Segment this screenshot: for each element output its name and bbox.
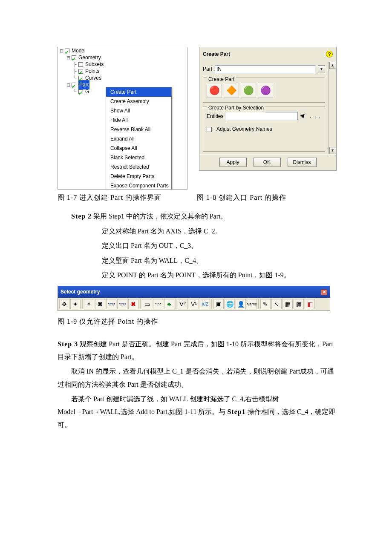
volume7-icon[interactable]: V⁷: [178, 299, 188, 309]
part-name-input[interactable]: [215, 65, 315, 73]
menu-item-expand-all[interactable]: Expand All: [106, 134, 171, 144]
menu-item-expose-component-parts[interactable]: Expose Component Parts: [106, 181, 171, 190]
person-icon[interactable]: 👤: [236, 299, 246, 309]
dropdown-icon[interactable]: ▼: [318, 65, 325, 73]
create-part-mode4-icon[interactable]: 🟣: [258, 83, 273, 98]
step2-text: 采用 Step1 中的方法，依次定义其余的 Part。: [92, 213, 227, 220]
menu-item-show-all[interactable]: Show All: [106, 106, 171, 115]
select-geometry-toolbar: Select geometry ✕ ✥ ✦ ✧ ✖ 👓 👓 ✖ ▭ 〰 ♣ V⁷…: [58, 286, 330, 311]
checkbox-icon[interactable]: [72, 83, 76, 87]
group-title: Create Part: [207, 75, 236, 84]
adjust-names-checkbox[interactable]: [207, 127, 212, 132]
xyz-icon[interactable]: X/Z: [200, 299, 210, 309]
separator: [211, 299, 212, 309]
group-create-part: Create Part 🔴 🔶 🟢 🟣: [203, 78, 325, 103]
create-part-mode2-icon[interactable]: 🔶: [224, 83, 239, 98]
menu-item-delete-empty-parts[interactable]: Delete Empty Parts: [106, 172, 171, 181]
context-menu: Create Part Create Assembly Show All Hid…: [106, 87, 172, 190]
menu-item-create-assembly[interactable]: Create Assembly: [106, 97, 171, 106]
step2-sub2: 定义出口 Part 名为 OUT，C_3。: [58, 239, 337, 252]
hatch2-icon[interactable]: ▩: [294, 299, 304, 309]
globe-icon[interactable]: 🌐: [225, 299, 235, 309]
step3-para-a: 取消 IN 的显示，查看几何模型上 C_1 是否会消失，若消失，则说明创建 Pa…: [58, 365, 337, 391]
checkbox-icon[interactable]: [78, 62, 83, 67]
separator: [176, 299, 176, 309]
menu-item-restrict-selected[interactable]: Restrict Selected: [106, 162, 171, 172]
checkbox-icon[interactable]: [78, 89, 83, 94]
toolbar-title: Select geometry: [61, 287, 100, 297]
separator: [258, 299, 259, 309]
leaf-icon[interactable]: ♣: [164, 299, 174, 309]
step2-line: Step 2 采用 Step1 中的方法，依次定义其余的 Part。: [58, 210, 337, 223]
name-icon[interactable]: Name: [247, 299, 257, 309]
step3-para-b: 若某个 Part 创建时漏选了线，如 WALL 创建时漏选了 C_4,右击模型树…: [58, 393, 337, 431]
tree-label: G: [85, 87, 89, 97]
ok-button[interactable]: OK: [254, 158, 281, 167]
glasses-icon[interactable]: 👓: [106, 299, 116, 309]
scroll-down-icon[interactable]: ▼: [329, 147, 336, 154]
entities-input[interactable]: [226, 112, 298, 120]
tree-node-points[interactable]: ├ Points: [58, 68, 187, 75]
scrollbar[interactable]: ▲ ▼: [329, 62, 336, 154]
menu-item-create-part[interactable]: Create Part: [106, 87, 171, 97]
help-icon[interactable]: ?: [326, 51, 333, 58]
step2-sub4: 定义 POINT 的 Part 名为 POINT，选择所有的 Point，如图 …: [58, 269, 337, 282]
tree-node-curves[interactable]: └ Curves: [58, 75, 187, 81]
step3-text: 观察创建 Part 是否正确。创建 Part 完成后，如图 1-10 所示模型树…: [58, 340, 333, 360]
checkbox-icon[interactable]: [78, 76, 83, 81]
rect-icon[interactable]: ▭: [142, 299, 152, 309]
group-create-by-selection: Create Part by Selection Entities . . . …: [203, 106, 325, 152]
panel-title: Create Part: [203, 49, 230, 59]
create-part-panel: Create Part ? Part ▼ Create Part: [199, 47, 337, 171]
step3-label: Step 3: [58, 340, 78, 348]
checkbox-icon[interactable]: [72, 55, 76, 60]
pick-cursor-icon[interactable]: [300, 113, 307, 120]
glasses2-icon[interactable]: 👓: [117, 299, 127, 309]
apply-button[interactable]: Apply: [219, 158, 247, 167]
cube-icon[interactable]: ◧: [305, 299, 315, 309]
group-title: Create Part by Selection: [207, 103, 265, 113]
checkbox-icon[interactable]: [65, 49, 69, 53]
model-tree-panel: ⊟ Model ⊟ Geometry ├ Subsets ├ P: [58, 47, 187, 190]
separator: [140, 299, 141, 309]
part-label: Part: [203, 64, 212, 74]
x-bold-icon[interactable]: ✖: [95, 299, 105, 309]
select-icon[interactable]: ✥: [59, 299, 69, 309]
figure-caption-1-7: 图 1-7 进入创建 Part 的操作界面: [58, 191, 187, 204]
box-icon[interactable]: ▣: [213, 299, 224, 309]
adjust-names-label: Adjust Geometry Names: [216, 124, 272, 134]
tree-node-subsets[interactable]: ├ Subsets: [58, 61, 187, 68]
step2-sub3: 定义壁面 Part 名为 WALL，C_4。: [58, 254, 337, 267]
step1-ref: Step1: [227, 408, 245, 415]
create-part-mode1-icon[interactable]: 🔴: [207, 83, 222, 98]
entities-label: Entities: [207, 112, 223, 121]
step2-sub1: 定义对称轴 Part 名为 AXIS，选择 C_2。: [58, 225, 337, 238]
arrow-sel-icon[interactable]: ↖: [271, 299, 282, 309]
lasso-icon[interactable]: 〰: [153, 299, 163, 309]
close-icon[interactable]: ✕: [321, 289, 327, 295]
scroll-up-icon[interactable]: ▲: [329, 62, 336, 69]
figure-caption-1-8: 图 1-8 创建入口 Part 的操作: [197, 191, 337, 204]
x-red-icon[interactable]: ✖: [128, 299, 138, 309]
volume1-icon[interactable]: V¹: [189, 299, 199, 309]
curve-icon[interactable]: ✎: [260, 299, 271, 309]
dismiss-button[interactable]: Dismiss: [288, 158, 317, 167]
menu-item-hide-all[interactable]: Hide All: [106, 115, 171, 125]
menu-item-blank-selected[interactable]: Blank Selected: [106, 153, 171, 162]
more-dots[interactable]: . . .: [310, 112, 321, 121]
step3-line: Step 3 观察创建 Part 是否正确。创建 Part 完成后，如图 1-1…: [58, 338, 337, 364]
step2-label: Step 2: [71, 213, 92, 220]
tree-node-model[interactable]: ⊟ Model: [58, 47, 187, 54]
pan-icon[interactable]: ✦: [70, 299, 81, 309]
star-icon[interactable]: ✧: [84, 299, 94, 309]
hatch-icon[interactable]: ▦: [282, 299, 293, 309]
create-part-mode3-icon[interactable]: 🟢: [241, 83, 256, 98]
menu-item-reverse-blank-all[interactable]: Reverse Blank All: [106, 125, 171, 134]
separator: [82, 299, 83, 309]
figure-caption-1-9: 图 1-9 仅允许选择 Point 的操作: [58, 315, 337, 328]
menu-item-collapse-all[interactable]: Collapse All: [106, 144, 171, 153]
checkbox-icon[interactable]: [78, 69, 83, 74]
